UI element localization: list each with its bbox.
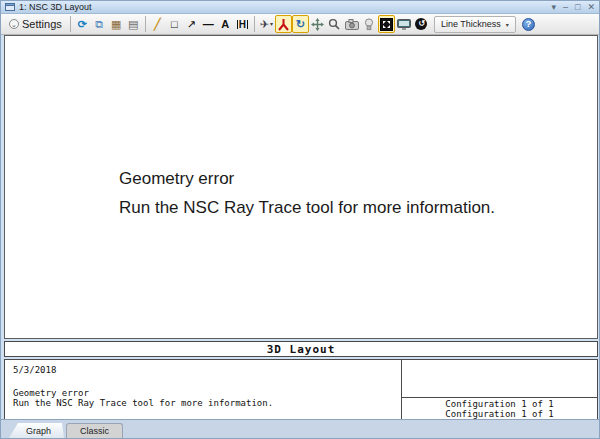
tab-graph[interactable]: Graph: [9, 423, 64, 438]
toolbar-separator: [254, 16, 255, 32]
window-display-button[interactable]: [395, 15, 413, 33]
monitor-icon: [397, 19, 411, 30]
draw-line-button[interactable]: ╱: [149, 15, 166, 33]
draw-arrow-button[interactable]: ↗: [183, 15, 200, 33]
plot-title: 3D Layout: [267, 343, 336, 356]
axes-toggle-button[interactable]: [275, 15, 292, 33]
footer-info-cell: 5/3/2018 Geometry error Run the NSC Ray …: [5, 360, 402, 420]
draw-dash-button[interactable]: —: [200, 15, 217, 33]
camera-icon: [345, 19, 359, 30]
window-title: 1: NSC 3D Layout: [19, 2, 551, 12]
rotate-toggle-button[interactable]: ↻: [292, 15, 309, 33]
error-line-1: Geometry error: [119, 164, 495, 193]
line-thickness-label: Line Thickness: [441, 19, 501, 29]
layout-canvas[interactable]: Geometry error Run the NSC Ray Trace too…: [4, 35, 598, 339]
maximize-button[interactable]: □: [575, 3, 580, 12]
reset-view-button[interactable]: ↺: [413, 15, 430, 33]
plot-title-band: 3D Layout: [4, 341, 598, 357]
save-image-icon: ▦: [111, 19, 121, 30]
copy-button[interactable]: ⧉: [91, 15, 108, 33]
pencil-icon: ╱: [154, 19, 161, 30]
plot-footer: 5/3/2018 Geometry error Run the NSC Ray …: [4, 359, 598, 421]
reset-icon: ↺: [415, 18, 427, 30]
footer-note-line-1: Geometry error: [13, 388, 393, 398]
nsc-3d-layout-window: 1: NSC 3D Layout ▾ – □ ✕ ⌄ Settings ⟳ ⧉ …: [0, 0, 600, 439]
footer-note-line-2: Run the NSC Ray Trace tool for more info…: [13, 398, 393, 408]
zoom-button[interactable]: [326, 15, 343, 33]
footer-config-spacer: [402, 360, 597, 397]
minimize-button[interactable]: –: [563, 3, 568, 12]
line-icon: —: [203, 19, 214, 30]
toolbar-separator: [145, 16, 146, 32]
toolbar: ⌄ Settings ⟳ ⧉ ▦ ▤ ╱ □ ↗ — A H ✈ ▾ ↻: [1, 14, 599, 35]
quadrant-view-button[interactable]: [378, 15, 395, 33]
close-button[interactable]: ✕: [587, 3, 595, 12]
text-icon: A: [221, 19, 229, 30]
titlebar[interactable]: 1: NSC 3D Layout ▾ – □ ✕: [1, 1, 599, 14]
chevron-down-icon: ▾: [506, 21, 509, 28]
print-icon: ▤: [128, 19, 138, 30]
rectangle-icon: □: [171, 19, 178, 30]
configuration-line-2: Configuration 1 of 1: [402, 409, 597, 419]
window-icon: [5, 3, 15, 11]
arrow-icon: ↗: [187, 19, 196, 30]
save-image-button[interactable]: ▦: [108, 15, 125, 33]
camera-button[interactable]: [343, 15, 361, 33]
toolbar-separator: [70, 16, 71, 32]
orientation-button[interactable]: ✈ ▾: [258, 15, 275, 33]
lightbulb-icon: [364, 18, 374, 31]
view-tabbar: Graph Classic: [1, 419, 599, 438]
draw-rectangle-button[interactable]: □: [166, 15, 183, 33]
configuration-status: Configuration 1 of 1 Configuration 1 of …: [402, 397, 597, 420]
lighting-button[interactable]: [361, 15, 378, 33]
print-button[interactable]: ▤: [125, 15, 142, 33]
help-button[interactable]: ?: [520, 15, 537, 33]
settings-button[interactable]: ⌄ Settings: [4, 15, 67, 33]
help-icon: ?: [522, 18, 535, 31]
window-menu-button[interactable]: ▾: [551, 3, 556, 12]
copy-icon: ⧉: [95, 19, 103, 30]
tab-graph-label: Graph: [26, 426, 51, 436]
orientation-icon: ✈: [260, 19, 269, 30]
line-thickness-button[interactable]: Line Thickness ▾: [434, 16, 516, 33]
rotate-icon: ↻: [296, 19, 305, 30]
zoom-icon: [328, 18, 340, 30]
configuration-line-1: Configuration 1 of 1: [402, 399, 597, 409]
footer-config-cell: Configuration 1 of 1 Configuration 1 of …: [402, 360, 597, 420]
measure-button[interactable]: H: [234, 15, 251, 33]
refresh-icon: ⟳: [78, 19, 87, 30]
chevron-down-icon: ⌄: [9, 19, 19, 29]
settings-label: Settings: [22, 19, 62, 30]
refresh-button[interactable]: ⟳: [74, 15, 91, 33]
geometry-error-message: Geometry error Run the NSC Ray Trace too…: [119, 164, 495, 222]
tab-classic[interactable]: Classic: [66, 423, 123, 438]
add-text-button[interactable]: A: [217, 15, 234, 33]
error-line-2: Run the NSC Ray Trace tool for more info…: [119, 193, 495, 222]
plot-date: 5/3/2018: [13, 365, 393, 375]
axes-icon: [277, 18, 290, 31]
pan-icon: [311, 18, 324, 31]
chevron-down-icon: ▾: [270, 21, 273, 27]
pan-button[interactable]: [309, 15, 326, 33]
measure-icon: H: [237, 20, 248, 29]
quadrant-icon: [380, 18, 393, 31]
tab-classic-label: Classic: [80, 426, 109, 436]
